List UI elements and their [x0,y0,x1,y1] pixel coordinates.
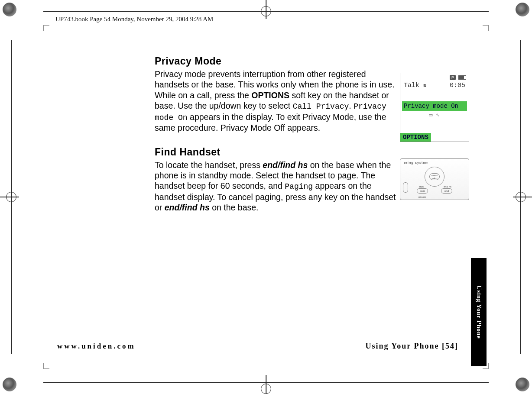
text-mono-call-privacy: Call Privacy [293,102,349,111]
crop-mark-radial-tr [516,3,529,16]
inner-corner-bl [43,363,49,369]
text: on the base. [210,203,259,212]
paragraph-find-handset: To locate the handset, press end/find hs… [155,160,402,213]
text: . [349,101,354,110]
crop-mark-radial-tl [3,3,16,16]
page-content: Privacy Mode Privacy mode prevents inter… [155,55,471,213]
print-header: UP743.book Page 54 Monday, November 29, … [55,16,213,23]
label-intcom: nt'com [418,196,426,198]
back-button-icon: back [417,188,428,194]
heading-find-handset: Find Handset [155,146,471,158]
registration-mark-bottom [261,384,271,394]
crop-mark-radial-br [516,378,529,391]
footer-page-title: Using Your Phone [54] [365,342,458,351]
text: To locate the handset, press [155,160,263,170]
screen-status-talk: Talk ☎ [404,82,426,89]
base-label: ering system [404,161,428,165]
registration-mark-top [261,0,271,16]
dpad-icon: menu/select [425,167,444,187]
battery-icon [458,75,466,80]
footer-url: www.uniden.com [57,342,136,351]
inner-corner-tl [43,25,49,31]
crop-mark-radial-bl [3,378,16,391]
label-find-hs: find hs [444,185,451,188]
phone-screen-illustration: P Talk ☎ 0:05 Privacy mode On ▭ ∿ OPTION… [400,73,469,142]
inner-corner-tr [483,25,489,31]
privacy-indicator-icon: P [450,75,456,80]
end-button-icon: end [441,188,452,194]
text-bold-options: OPTIONS [251,90,289,100]
knob-icon [403,182,408,193]
text: appears in the display. To exit Privacy … [155,112,386,133]
label-hold: hold [419,185,424,188]
screen-timer: 0:05 [450,82,465,89]
thumb-tab: Using Your Phone [471,258,487,366]
softkey-options: OPTIONS [400,133,431,142]
registration-mark-left [0,192,16,202]
text-em-end-find-hs-2: end/find hs [165,203,210,212]
menu-select-button-icon: menu/select [429,173,440,180]
screen-banner-privacy-on: Privacy mode On [402,101,467,111]
text-em-end-find-hs: end/find hs [263,160,308,170]
thumb-tab-label: Using Your Phone [475,285,482,339]
paragraph-privacy-mode: Privacy mode prevents interruption from … [155,69,402,133]
tape-icon: ▭ ∿ [400,112,469,118]
text-mono-paging: Paging [285,182,313,191]
registration-mark-right [516,192,532,202]
base-unit-illustration: ering system menu/select hold find hs ba… [400,158,469,200]
heading-privacy-mode: Privacy Mode [155,55,471,67]
